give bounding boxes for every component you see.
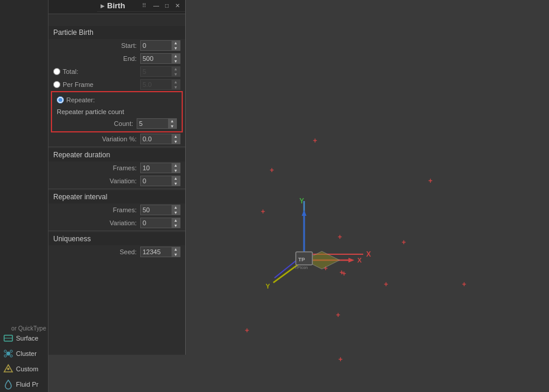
end-input[interactable] <box>141 55 172 62</box>
collapse-icon[interactable]: ▶ <box>101 3 105 9</box>
panel-body: Particle Birth Start: ▲ ▼ End: ▲ ▼ <box>49 26 185 258</box>
divider-3 <box>49 231 185 231</box>
ri-variation-spinners: ▲ ▼ <box>172 218 180 228</box>
rd-variation-input[interactable] <box>141 177 172 184</box>
sidebar-item-cluster[interactable]: Cluster <box>0 346 49 361</box>
window-title: Birth <box>107 1 125 10</box>
count-spin-down[interactable]: ▼ <box>168 124 176 129</box>
rd-frames-spin-down[interactable]: ▼ <box>172 168 180 173</box>
particle-birth-header: Particle Birth <box>49 26 185 39</box>
sidebar-item-fluid[interactable]: Fluid Pr <box>0 377 49 392</box>
total-input <box>141 68 172 75</box>
svg-point-8 <box>7 368 9 370</box>
variation-pct-input[interactable] <box>141 135 172 142</box>
ri-variation-label: Variation: <box>53 219 140 226</box>
particle: + <box>338 356 343 363</box>
particle: + <box>313 137 317 144</box>
start-input-wrap: ▲ ▼ <box>140 40 180 51</box>
svg-marker-16 <box>302 210 306 216</box>
end-spinners: ▲ ▼ <box>172 53 180 64</box>
sidebar-item-custom-label: Custom <box>16 365 38 372</box>
fluid-icon <box>3 379 14 390</box>
rd-frames-row: Frames: ▲ ▼ <box>49 161 185 174</box>
rd-variation-spin-up[interactable]: ▲ <box>172 176 180 181</box>
ri-variation-input-wrap: ▲ ▼ <box>140 218 180 228</box>
end-spin-up[interactable]: ▲ <box>172 53 180 59</box>
variation-pct-spin-up[interactable]: ▲ <box>172 134 180 139</box>
rd-frames-spinners: ▲ ▼ <box>172 163 180 173</box>
seed-spinners: ▲ ▼ <box>172 247 180 257</box>
end-label: End: <box>53 55 140 62</box>
minimize-button[interactable]: — <box>152 2 160 10</box>
repeater-label: Repeater: <box>66 96 95 103</box>
repeater-highlighted-section: Repeater: Repeater particle count Count:… <box>51 91 183 132</box>
start-spin-up[interactable]: ▲ <box>172 40 180 46</box>
close-button[interactable]: ✕ <box>173 2 182 10</box>
per-frame-radio[interactable] <box>53 81 60 88</box>
start-input[interactable] <box>141 42 172 49</box>
count-input[interactable] <box>137 120 168 127</box>
total-label: Total: <box>63 68 78 75</box>
maximize-button[interactable]: □ <box>163 2 171 10</box>
rd-frames-spin-up[interactable]: ▲ <box>172 163 180 168</box>
rd-variation-label: Variation: <box>53 177 140 184</box>
ri-variation-spin-down[interactable]: ▼ <box>172 223 180 228</box>
particle: + <box>270 167 274 174</box>
variation-pct-spin-down[interactable]: ▼ <box>172 139 180 144</box>
rd-variation-spinners: ▲ ▼ <box>172 176 180 186</box>
repeater-radio[interactable] <box>57 96 64 103</box>
repeater-duration-header: Repeater duration <box>49 148 185 161</box>
left-sidebar: or QuickType Surface Cluster <box>0 0 49 392</box>
ri-variation-spin-up[interactable]: ▲ <box>172 218 180 223</box>
ri-variation-row: Variation: ▲ ▼ <box>49 216 185 229</box>
seed-spin-up[interactable]: ▲ <box>172 247 180 252</box>
per-frame-row: Per Frame ▲ ▼ <box>49 78 185 91</box>
variation-pct-label: Variation %: <box>53 135 140 142</box>
count-row: Count: ▲ ▼ <box>52 117 182 130</box>
per-frame-label: Per Frame <box>63 81 93 88</box>
sidebar-item-surface[interactable]: Surface <box>0 331 49 346</box>
uniqueness-header: Uniqueness <box>49 232 185 245</box>
ri-frames-input[interactable] <box>141 206 172 213</box>
seed-input[interactable] <box>141 248 172 255</box>
main-panel: ▶ Birth ⋮⋮ ▶ Birth ⠿ — □ ✕ <box>49 0 186 355</box>
sidebar-items: Surface Cluster Custom <box>0 331 49 392</box>
seed-row: Seed: ▲ ▼ <box>49 245 185 258</box>
surface-icon <box>3 333 14 344</box>
ri-frames-spin-up[interactable]: ▲ <box>172 205 180 210</box>
variation-pct-row: Variation %: ▲ ▼ <box>49 132 185 145</box>
repeater-interval-header: Repeater interval <box>49 190 185 203</box>
repeater-particle-count-header: Repeater particle count <box>52 106 182 117</box>
particle: + <box>245 327 249 334</box>
ri-variation-input[interactable] <box>141 219 172 226</box>
total-radio[interactable] <box>53 68 60 75</box>
rd-frames-input[interactable] <box>141 164 172 171</box>
options-dots[interactable]: ⠿ <box>142 2 147 9</box>
total-spinners: ▲ ▼ <box>172 66 180 77</box>
count-spin-up[interactable]: ▲ <box>168 118 176 124</box>
svg-marker-18 <box>348 258 354 263</box>
sidebar-item-custom[interactable]: Custom <box>0 361 49 377</box>
per-frame-input <box>141 81 172 88</box>
end-input-wrap: ▲ ▼ <box>140 53 180 64</box>
rd-frames-input-wrap: ▲ ▼ <box>140 163 180 173</box>
svg-point-2 <box>7 352 10 355</box>
ri-frames-row: Frames: ▲ ▼ <box>49 203 185 216</box>
rd-variation-input-wrap: ▲ ▼ <box>140 176 180 186</box>
custom-icon <box>3 364 14 374</box>
repeater-radio-group: Repeater: <box>57 96 177 103</box>
end-spin-down[interactable]: ▼ <box>172 59 180 64</box>
start-spin-down[interactable]: ▼ <box>172 46 180 51</box>
repeater-row: Repeater: <box>52 93 182 106</box>
ri-frames-spin-down[interactable]: ▼ <box>172 210 180 215</box>
sidebar-item-cluster-label: Cluster <box>16 350 37 357</box>
rd-variation-spin-down[interactable]: ▼ <box>172 181 180 186</box>
count-input-wrap: ▲ ▼ <box>137 118 177 129</box>
particle: + <box>336 312 340 319</box>
variation-pct-input-wrap: ▲ ▼ <box>140 134 180 144</box>
ri-frames-input-wrap: ▲ ▼ <box>140 205 180 215</box>
ri-frames-spinners: ▲ ▼ <box>172 205 180 215</box>
particle: + <box>384 281 388 288</box>
seed-spin-down[interactable]: ▼ <box>172 252 180 257</box>
svg-point-6 <box>10 355 12 357</box>
